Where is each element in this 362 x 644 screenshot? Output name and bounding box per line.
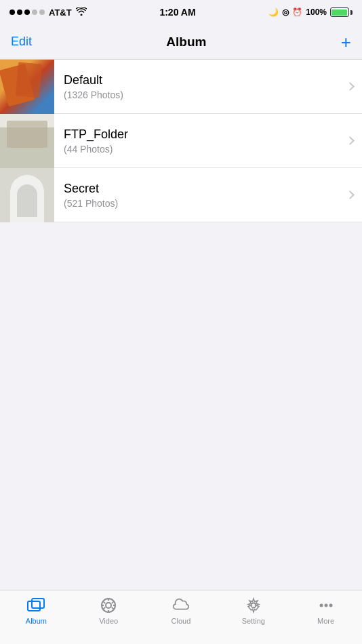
- svg-point-15: [329, 604, 332, 607]
- alarm-icon: ⏰: [292, 7, 302, 17]
- chevron-right-icon-secret: [346, 190, 355, 199]
- location-icon: ◎: [282, 7, 289, 17]
- more-tab-label: More: [317, 617, 334, 625]
- svg-line-9: [112, 607, 113, 609]
- album-info-default: Default (1326 Photos): [54, 73, 338, 100]
- battery-percent: 100%: [306, 7, 327, 17]
- album-tab-icon: [26, 596, 45, 615]
- tab-more[interactable]: More: [289, 596, 362, 625]
- svg-line-10: [112, 602, 113, 603]
- svg-point-3: [106, 603, 111, 608]
- album-chevron-secret: [338, 192, 362, 198]
- album-tab-label: Album: [26, 617, 47, 625]
- album-count-secret: (521 Photos): [64, 198, 328, 209]
- album-chevron-ftp: [338, 138, 362, 144]
- tab-bar: Album Video Cloud: [0, 590, 362, 644]
- svg-line-11: [104, 607, 105, 609]
- svg-point-14: [324, 604, 327, 607]
- carrier-label: AT&T: [49, 7, 72, 18]
- status-left: AT&T: [9, 7, 87, 18]
- signal-dot-2: [17, 9, 22, 15]
- svg-point-13: [319, 604, 323, 607]
- svg-rect-1: [32, 599, 44, 608]
- video-tab-label: Video: [99, 617, 118, 625]
- album-name-ftp: FTP_Folder: [64, 127, 328, 142]
- album-thumbnail-ftp: [0, 114, 54, 168]
- signal-dot-1: [9, 9, 15, 15]
- svg-rect-0: [28, 601, 40, 611]
- page-title: Album: [166, 35, 206, 49]
- video-tab-icon: [99, 596, 118, 615]
- status-bar: AT&T 1:20 AM 🌙 ◎ ⏰ 100%: [0, 0, 362, 24]
- album-info-ftp: FTP_Folder (44 Photos): [54, 127, 338, 155]
- album-chevron-default: [338, 83, 362, 89]
- content-area: [0, 222, 362, 644]
- wifi-icon: [76, 7, 87, 18]
- cloud-tab-label: Cloud: [172, 617, 191, 625]
- status-time: 1:20 AM: [159, 7, 195, 18]
- tab-video[interactable]: Video: [73, 596, 145, 625]
- album-item-ftp[interactable]: FTP_Folder (44 Photos): [0, 114, 362, 168]
- tab-setting[interactable]: Setting: [217, 596, 289, 625]
- battery-icon: [330, 7, 353, 17]
- album-thumbnail-secret: [0, 168, 54, 222]
- more-tab-icon: [317, 596, 336, 615]
- chevron-right-icon-ftp: [346, 136, 355, 145]
- album-thumbnail-default: [0, 60, 54, 114]
- signal-dot-3: [24, 9, 30, 15]
- moon-icon: 🌙: [268, 7, 279, 17]
- album-list: Default (1326 Photos) FTP_Folder (44 Pho…: [0, 60, 362, 222]
- album-item-secret[interactable]: Secret (521 Photos): [0, 168, 362, 222]
- chevron-right-icon: [346, 82, 355, 91]
- album-name-secret: Secret: [64, 182, 328, 196]
- signal-dot-5: [39, 9, 45, 15]
- status-right: 🌙 ◎ ⏰ 100%: [268, 7, 353, 17]
- album-count-default: (1326 Photos): [64, 89, 328, 100]
- album-item-default[interactable]: Default (1326 Photos): [0, 60, 362, 114]
- setting-tab-icon: [244, 596, 263, 615]
- edit-button[interactable]: Edit: [11, 35, 32, 49]
- tab-album[interactable]: Album: [0, 596, 73, 625]
- nav-bar: Edit Album +: [0, 24, 362, 60]
- add-album-button[interactable]: +: [341, 33, 351, 51]
- setting-tab-label: Setting: [242, 617, 265, 625]
- tab-cloud[interactable]: Cloud: [145, 596, 218, 625]
- album-name-default: Default: [64, 73, 328, 87]
- signal-dots: [9, 9, 45, 15]
- cloud-tab-icon: [172, 596, 190, 615]
- signal-dot-4: [32, 9, 37, 15]
- svg-line-8: [104, 602, 105, 603]
- album-count-ftp: (44 Photos): [64, 144, 328, 155]
- album-info-secret: Secret (521 Photos): [54, 182, 338, 209]
